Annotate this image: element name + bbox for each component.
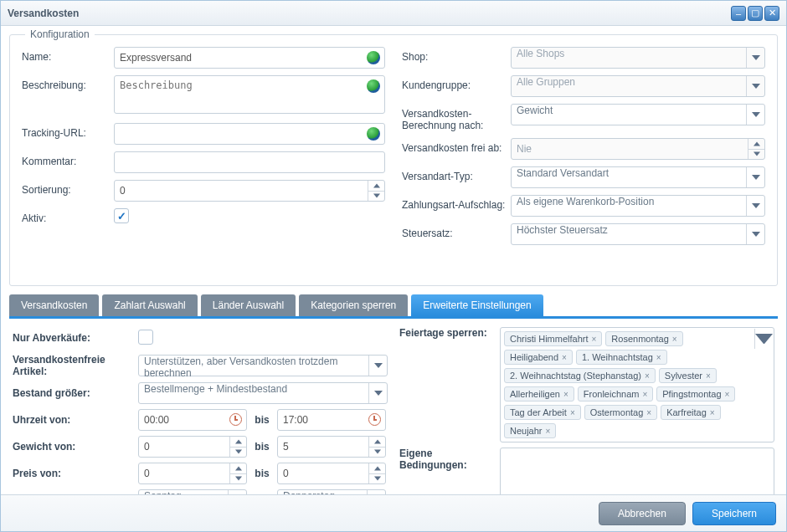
- tab-advanced-settings[interactable]: Erweiterte Einstellungen: [411, 294, 543, 316]
- chevron-up-icon[interactable]: [748, 139, 764, 150]
- tag-label: Allerheiligen: [510, 389, 560, 399]
- chevron-down-icon[interactable]: [228, 490, 246, 494]
- price-to-spinner[interactable]: [368, 463, 385, 483]
- holiday-tag: Sylvester×: [659, 368, 717, 383]
- tax-select[interactable]: Höchster Steuersatz: [511, 223, 765, 245]
- chevron-down-icon[interactable]: [230, 474, 246, 484]
- weight-from-spinner[interactable]: [229, 437, 246, 457]
- shop-label: Shop:: [402, 47, 511, 63]
- shipping-type-label: Versandart-Typ:: [402, 166, 511, 182]
- titlebar: Versandkosten – ▢ ✕: [1, 1, 786, 26]
- minimize-button[interactable]: –: [731, 6, 746, 21]
- chevron-up-icon[interactable]: [230, 437, 246, 448]
- chevron-down-icon[interactable]: [230, 448, 246, 458]
- maximize-button[interactable]: ▢: [748, 6, 763, 21]
- chevron-down-icon[interactable]: [369, 474, 385, 484]
- name-input[interactable]: [114, 47, 385, 69]
- chevron-down-icon[interactable]: [754, 329, 773, 349]
- only-sales-checkbox[interactable]: [138, 330, 153, 345]
- weight-to-spinner[interactable]: [368, 437, 385, 457]
- globe-icon[interactable]: [367, 127, 380, 141]
- save-button[interactable]: Speichern: [692, 502, 776, 525]
- tag-remove-icon[interactable]: ×: [706, 371, 711, 381]
- chevron-down-icon[interactable]: [368, 192, 384, 202]
- chevron-up-icon[interactable]: [230, 463, 246, 474]
- chevron-up-icon[interactable]: [369, 437, 385, 448]
- tag-remove-icon[interactable]: ×: [725, 390, 730, 399]
- tag-remove-icon[interactable]: ×: [546, 427, 551, 436]
- calc-select[interactable]: Gewicht: [511, 104, 765, 125]
- chevron-down-icon[interactable]: [746, 105, 764, 125]
- free-articles-value: Unterstützen, aber Versandkosten trotzde…: [144, 356, 337, 379]
- description-input[interactable]: [114, 75, 385, 114]
- tab-country-selection[interactable]: Länder Auswahl: [201, 294, 296, 316]
- own-conditions-input[interactable]: [500, 448, 774, 494]
- free-articles-select[interactable]: Unterstützen, aber Versandkosten trotzde…: [138, 355, 388, 376]
- cancel-button[interactable]: Abbrechen: [599, 502, 686, 525]
- stock-select[interactable]: Bestellmenge + Mindestbestand: [138, 382, 388, 404]
- chevron-down-icon[interactable]: [748, 150, 764, 160]
- holiday-tag: Allerheiligen×: [504, 386, 574, 402]
- active-label: Aktiv:: [22, 208, 114, 224]
- bottom-toolbar: Abbrechen Speichern: [1, 494, 786, 531]
- description-label: Beschreibung:: [22, 75, 114, 91]
- price-from-spinner[interactable]: [229, 463, 246, 483]
- shop-select[interactable]: Alle Shops: [511, 47, 765, 69]
- tag-remove-icon[interactable]: ×: [570, 408, 575, 417]
- chevron-down-icon[interactable]: [367, 490, 385, 494]
- chevron-down-icon[interactable]: [746, 76, 764, 96]
- chevron-down-icon[interactable]: [368, 383, 387, 403]
- chevron-down-icon[interactable]: [369, 448, 385, 458]
- chevron-up-icon[interactable]: [368, 181, 384, 192]
- chevron-down-icon[interactable]: [746, 48, 764, 68]
- calc-label: Versandkosten-Berechnung nach:: [402, 104, 511, 131]
- tab-shipping-costs[interactable]: Versandkosten: [9, 294, 99, 316]
- holiday-tag: Karfreitag×: [661, 405, 721, 420]
- tag-remove-icon[interactable]: ×: [642, 390, 647, 399]
- tag-remove-icon[interactable]: ×: [672, 335, 677, 344]
- tag-remove-icon[interactable]: ×: [645, 371, 650, 381]
- sort-spinner[interactable]: [368, 181, 384, 201]
- comment-input[interactable]: [114, 151, 385, 173]
- chevron-down-icon[interactable]: [746, 224, 764, 244]
- active-checkbox[interactable]: [114, 208, 129, 223]
- clock-icon[interactable]: [229, 413, 242, 426]
- holidays-tagfield[interactable]: Christi Himmelfahrt×Rosenmontag×Heiligab…: [500, 327, 774, 442]
- chevron-up-icon[interactable]: [369, 463, 385, 474]
- tracking-url-input[interactable]: [114, 123, 385, 145]
- shipping-type-select[interactable]: Standard Versandart: [511, 166, 765, 188]
- advanced-settings-panel: Nur Abverkäufe: Versandkostenfreie Artik…: [9, 316, 778, 494]
- holiday-tag: Fronleichnam×: [578, 386, 653, 402]
- free-from-input[interactable]: [511, 138, 765, 160]
- tag-remove-icon[interactable]: ×: [646, 408, 651, 417]
- holiday-tag: Neujahr×: [504, 423, 556, 438]
- tab-block-categories[interactable]: Kategorien sperren: [299, 294, 408, 316]
- tag-remove-icon[interactable]: ×: [710, 408, 715, 417]
- only-sales-label: Nur Abverkäufe:: [13, 332, 138, 344]
- window-title: Versandkosten: [8, 8, 79, 19]
- tag-remove-icon[interactable]: ×: [563, 390, 568, 399]
- tag-label: Neujahr: [510, 426, 543, 436]
- chevron-down-icon[interactable]: [368, 356, 387, 376]
- tag-remove-icon[interactable]: ×: [562, 353, 567, 362]
- tag-label: Rosenmontag: [611, 334, 669, 344]
- globe-icon[interactable]: [367, 51, 380, 64]
- free-spinner[interactable]: [748, 139, 764, 159]
- close-button[interactable]: ✕: [764, 6, 779, 21]
- customer-group-select[interactable]: Alle Gruppen: [511, 75, 765, 97]
- sort-label: Sortierung:: [22, 180, 114, 196]
- surcharge-select[interactable]: Als eigene Warenkorb-Position: [511, 195, 765, 217]
- config-fieldset: Konfiguration Name: Beschreibung:: [9, 34, 778, 286]
- chevron-down-icon[interactable]: [746, 196, 764, 216]
- tag-remove-icon[interactable]: ×: [656, 353, 661, 362]
- surcharge-label: Zahlungsart-Aufschlag:: [402, 195, 511, 211]
- holiday-tag: Christi Himmelfahrt×: [504, 331, 602, 346]
- group-value: Alle Gruppen: [517, 76, 575, 88]
- sort-input[interactable]: [114, 180, 385, 202]
- tax-value: Höchster Steuersatz: [517, 224, 608, 236]
- clock-icon[interactable]: [368, 413, 381, 426]
- chevron-down-icon[interactable]: [746, 167, 764, 187]
- tag-remove-icon[interactable]: ×: [592, 335, 597, 344]
- globe-icon[interactable]: [367, 79, 380, 93]
- tab-payment-selection[interactable]: Zahlart Auswahl: [102, 294, 197, 316]
